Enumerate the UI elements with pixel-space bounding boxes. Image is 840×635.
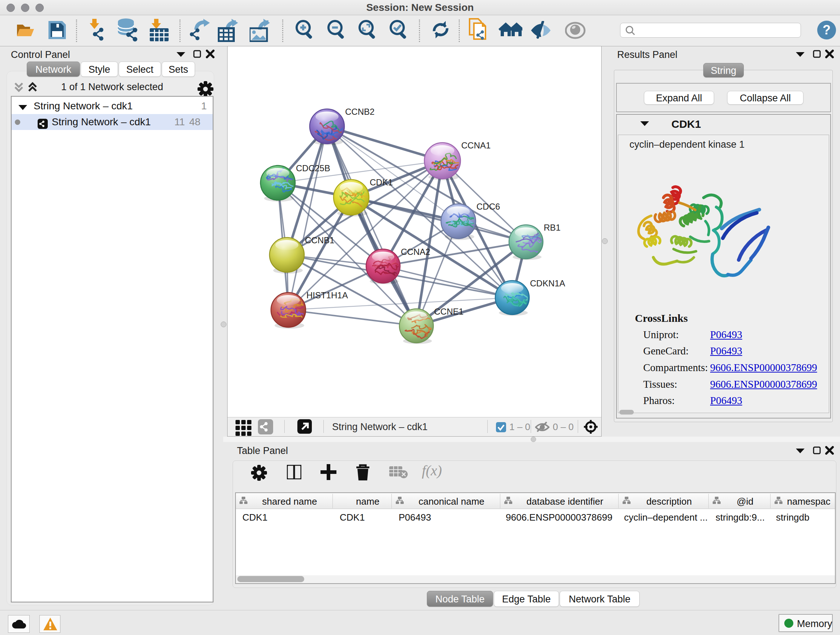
svg-text:CCNB1: CCNB1: [305, 235, 334, 245]
svg-text:CDC25B: CDC25B: [296, 163, 330, 173]
svg-text:CCNA1: CCNA1: [461, 141, 491, 150]
svg-text:CDC6: CDC6: [477, 202, 500, 211]
svg-text:RB1: RB1: [544, 223, 561, 233]
svg-text:HIST1H1A: HIST1H1A: [306, 290, 348, 300]
svg-text:?: ?: [823, 22, 831, 37]
svg-text:CDKN1A: CDKN1A: [530, 279, 565, 288]
svg-text:CCNE1: CCNE1: [434, 307, 463, 317]
svg-text:CCNB2: CCNB2: [345, 107, 374, 117]
svg-text:CDK1: CDK1: [370, 177, 393, 187]
svg-text:CCNA2: CCNA2: [401, 247, 430, 257]
